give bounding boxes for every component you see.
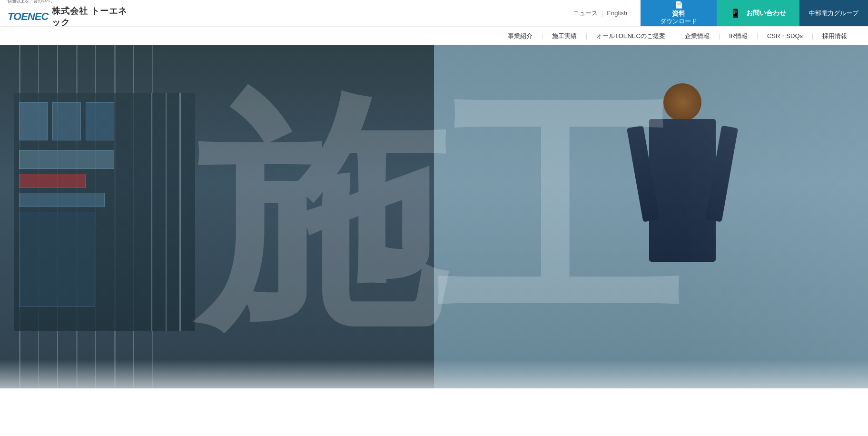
hero-bottom-gradient [0, 360, 868, 388]
main-nav-sep-3: ｜ [672, 32, 678, 40]
contact-button[interactable]: 📱 お問い合わせ [717, 0, 799, 26]
nav-item-ir[interactable]: IR情報 [722, 32, 754, 40]
download-label-bottom: ダウンロード [660, 18, 697, 26]
nav-item-sekojisseki[interactable]: 施工実績 [545, 32, 583, 40]
logo-company-name: 株式会社 トーエネック [52, 5, 132, 28]
contact-icon: 📱 [730, 8, 740, 19]
nav-item-saiyou[interactable]: 採用情報 [816, 32, 854, 40]
main-nav-sep-1: ｜ [539, 32, 545, 40]
download-button[interactable]: 📄 資料 ダウンロード [641, 0, 717, 26]
logo-brand-text: TOENEC [8, 10, 48, 23]
top-action-buttons: 📄 資料 ダウンロード 📱 お問い合わせ 中部電力グループ [641, 0, 868, 26]
download-icon: 📄 [675, 0, 683, 9]
main-nav-sep-5: ｜ [754, 32, 760, 40]
main-nav-sep-4: ｜ [716, 32, 722, 40]
nav-item-kigyojohyo[interactable]: 企業情報 [678, 32, 716, 40]
equipment-panel [14, 93, 195, 331]
nav-item-csr[interactable]: CSR・SDQs [760, 32, 809, 40]
top-nav-area: ニュース | English 📄 資料 ダウンロード 📱 お問い合わせ 中部電力… [140, 0, 868, 26]
english-link[interactable]: English [603, 10, 631, 17]
chubu-group-button[interactable]: 中部電力グループ [799, 0, 868, 26]
nav-item-jigyoshokai[interactable]: 事業紹介 [501, 32, 539, 40]
hero-right-gradient [678, 45, 868, 388]
logo-area: 快適以上を、皆の中へ。 TOENEC 株式会社 トーエネック [0, 0, 140, 26]
main-nav-links: 事業紹介 ｜ 施工実績 ｜ オールTOENECのご提案 ｜ 企業情報 ｜ IR情… [501, 32, 854, 40]
top-header: 快適以上を、皆の中へ。 TOENEC 株式会社 トーエネック ニュース | En… [0, 0, 868, 26]
download-label-top: 資料 [672, 9, 685, 18]
nav-item-all-toenec[interactable]: オールTOENECのご提案 [590, 32, 672, 40]
contact-label: お問い合わせ [746, 9, 786, 18]
news-link[interactable]: ニュース [569, 9, 602, 18]
top-nav-links: ニュース | English [569, 9, 641, 18]
logo-tagline: 快適以上を、皆の中へ。 [8, 0, 132, 4]
hero-section: 施工 [0, 45, 868, 388]
main-nav-sep-6: ｜ [809, 32, 816, 40]
main-nav-sep-2: ｜ [583, 32, 590, 40]
main-nav: 事業紹介 ｜ 施工実績 ｜ オールTOENECのご提案 ｜ 企業情報 ｜ IR情… [0, 26, 868, 45]
download-button-content: 📄 資料 ダウンロード [660, 0, 697, 26]
chubu-label: 中部電力グループ [809, 9, 858, 18]
